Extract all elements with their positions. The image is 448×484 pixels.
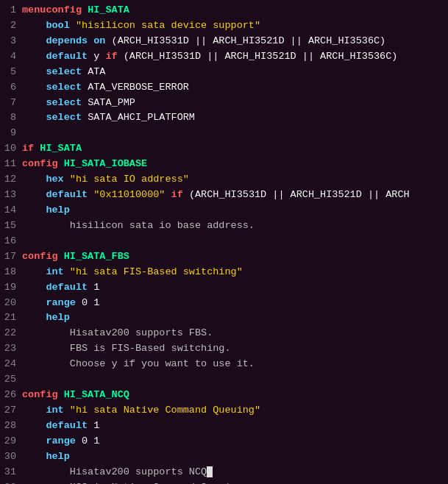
code-token	[22, 343, 70, 354]
code-token	[22, 66, 46, 77]
code-line: 19 default 1	[0, 280, 448, 296]
code-token: "hi sata FIS-Based switching"	[70, 266, 243, 277]
code-line: 5 select ATA	[0, 65, 448, 80]
line-number: 20	[1, 296, 22, 311]
code-token: default	[46, 282, 88, 293]
code-token: HI_SATA_NCQ	[64, 389, 129, 400]
line-number: 8	[1, 110, 22, 126]
code-line: 11config HI_SATA_IOBASE	[0, 157, 448, 172]
code-token: on	[93, 35, 105, 46]
code-token: config	[22, 251, 58, 262]
code-token	[183, 189, 189, 200]
code-token: select	[46, 66, 82, 77]
line-number: 16	[1, 234, 22, 249]
code-line: 23 FBS is FIS-Based switching.	[0, 341, 448, 357]
code-token	[22, 482, 70, 484]
line-number: 22	[1, 326, 22, 341]
line-content: default 1	[22, 280, 447, 296]
code-token: HI_SATA_FBS	[64, 251, 129, 262]
code-token	[58, 158, 64, 169]
code-line: 28 default 1	[0, 419, 448, 434]
code-line: 24 Choose y if you want to use it.	[0, 357, 448, 372]
line-number: 13	[1, 188, 22, 203]
code-token	[22, 312, 46, 323]
code-token: default	[46, 189, 88, 200]
line-content: select ATA_VERBOSE_ERROR	[22, 80, 447, 96]
line-content: FBS is FIS-Based switching.	[22, 341, 447, 357]
line-content: default y if (ARCH_HI3531D || ARCH_HI352…	[22, 49, 447, 65]
code-token	[22, 435, 46, 446]
code-token: select	[46, 112, 82, 123]
code-token	[22, 220, 70, 231]
code-token	[22, 189, 46, 200]
code-token: if	[105, 51, 117, 62]
line-number: 23	[1, 341, 22, 357]
text-cursor	[207, 466, 213, 477]
code-token	[82, 97, 88, 108]
code-line: 15 hisilicon sata io base address.	[0, 218, 448, 234]
line-number: 11	[1, 157, 22, 172]
code-token: range	[46, 435, 76, 446]
code-token: range	[46, 297, 76, 308]
code-token: 0 1	[82, 435, 99, 446]
code-token	[22, 297, 46, 308]
code-line: 20 range 0 1	[0, 296, 448, 311]
line-content: bool "hisilicon sata device support"	[22, 18, 447, 34]
line-content: default "0x11010000" if (ARCH_HI3531D ||…	[22, 188, 447, 203]
line-number: 21	[1, 310, 22, 326]
line-number: 32	[1, 480, 22, 484]
line-number: 18	[1, 265, 22, 280]
code-line: 9	[0, 126, 448, 141]
code-token: "hi sata Native Command Queuing"	[70, 405, 260, 416]
line-number: 31	[1, 465, 22, 480]
code-token	[22, 266, 46, 277]
code-line: 30 help	[0, 449, 448, 465]
code-token: 1	[93, 420, 99, 431]
line-content: menuconfig HI_SATA	[22, 3, 447, 18]
code-line: 22 Hisatav200 supports FBS.	[0, 326, 448, 341]
code-token: config	[22, 158, 58, 169]
code-token	[22, 35, 46, 46]
line-number: 19	[1, 280, 22, 296]
code-line: 10if HI_SATA	[0, 141, 448, 157]
code-line: 4 default y if (ARCH_HI3531D || ARCH_HI3…	[0, 49, 448, 65]
line-number: 17	[1, 249, 22, 265]
code-token	[82, 66, 88, 77]
code-token	[22, 358, 70, 369]
code-token: bool	[46, 20, 69, 31]
code-token: HI_SATA_IOBASE	[64, 158, 147, 169]
code-line: 21 help	[0, 310, 448, 326]
code-line: 14 help	[0, 203, 448, 218]
code-token	[22, 282, 46, 293]
code-token: ATA	[88, 66, 105, 77]
line-content	[22, 372, 447, 388]
code-token: hisilicon sata io base address.	[70, 220, 255, 231]
line-number: 4	[1, 49, 22, 65]
code-token: Hisatav200 supports NCQ	[70, 466, 207, 477]
code-token: Hisatav200 supports FBS.	[70, 327, 213, 338]
code-token: 0 1	[82, 297, 99, 308]
line-number: 2	[1, 18, 22, 34]
code-token	[76, 297, 82, 308]
code-line: 3 depends on (ARCH_HI3531D || ARCH_HI352…	[0, 34, 448, 49]
code-token: "hisilicon sata device support"	[76, 20, 260, 31]
code-token	[22, 82, 46, 93]
line-content: Hisatav200 supports NCQ	[22, 465, 447, 480]
code-line: 32 NCQ is Native Command Queuing.	[0, 480, 448, 484]
line-number: 25	[1, 372, 22, 388]
line-content: help	[22, 449, 447, 465]
line-content: select SATA_PMP	[22, 96, 447, 111]
line-content: depends on (ARCH_HI3531D || ARCH_HI3521D…	[22, 34, 447, 49]
code-token: "hi sata IO address"	[70, 174, 189, 185]
line-number: 12	[1, 172, 22, 188]
line-number: 5	[1, 65, 22, 80]
code-token	[64, 266, 70, 277]
line-content: Choose y if you want to use it.	[22, 357, 447, 372]
line-content: config HI_SATA_NCQ	[22, 388, 447, 403]
code-token: default	[46, 420, 88, 431]
code-line: 26config HI_SATA_NCQ	[0, 388, 448, 403]
code-token: help	[46, 451, 69, 462]
code-token: 1	[93, 282, 99, 293]
code-token	[82, 82, 88, 93]
code-line: 1menuconfig HI_SATA	[0, 3, 448, 18]
